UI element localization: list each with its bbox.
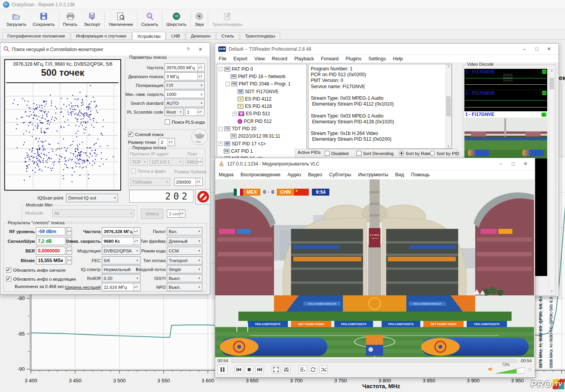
shuffle-button[interactable] [319,365,328,374]
scroll-up-icon[interactable]: ∧ [551,69,553,73]
tree-expander-icon[interactable]: + [219,141,223,146]
sound-button[interactable]: Звук [192,9,207,29]
tree-item[interactable]: +▣ES PID 512 [217,110,306,118]
audio-decode-thumb[interactable]: 1 - Fi17GNVE m [464,90,547,111]
print-button[interactable]: Печать [60,9,81,29]
vlc-maximize-button[interactable]: □ [507,159,519,169]
blind-search-checkbox[interactable] [128,132,133,137]
scroll-down-icon[interactable]: ∨ [447,145,450,148]
fullscreen-button[interactable] [272,365,280,374]
vlc-close-button[interactable]: ✕ [519,159,532,169]
tsreader-maximize-button[interactable]: □ [531,44,543,55]
search-standard-select[interactable]: AUTO [164,99,205,107]
menu-video[interactable]: Видео [305,171,326,179]
sort-by-rate-radio[interactable] [399,151,404,156]
pause-button[interactable] [217,365,228,375]
info-scrollbar[interactable]: ∧ ∨ [445,64,452,148]
tree-expander-icon[interactable]: - [226,82,230,86]
tab-device[interactable]: Устройство [132,32,166,40]
tsreader-close-button[interactable]: ✕ [543,44,555,55]
video-decode-thumb[interactable]: 1 - Fi17GNVE h. [464,111,547,159]
menu-subtitles[interactable]: Субтитры [325,171,354,179]
code-mode-select[interactable]: CCM [167,247,202,255]
next-button[interactable] [255,365,264,374]
menu-media[interactable]: Медиа [215,171,237,179]
stop-button[interactable] [195,189,211,205]
loop-button[interactable] [309,365,317,374]
audio-decode-thumb[interactable]: 1 - Fi17GNVE m [464,69,547,90]
point-size-input[interactable]: 2▲▼ [159,138,175,146]
tab-transponders[interactable]: Транспондеры [240,32,280,39]
menu-view[interactable]: View [251,55,268,63]
freq-input[interactable]: 3976,000 МГц▲▼ [164,63,205,72]
input-stream-select[interactable]: Single [167,265,202,273]
tab-geo[interactable]: Географическое положение [2,32,70,39]
tab-satellite-info[interactable]: Информация о спутнике [71,32,132,39]
previous-button[interactable] [235,365,243,374]
scroll-up-icon[interactable]: ∧ [447,65,450,68]
min-symbol-rate-combo[interactable]: 1000 [164,90,205,98]
volume-slider[interactable]: 73% [496,365,524,374]
extended-settings-button[interactable] [282,365,291,374]
menu-plugins[interactable]: Plugins [342,55,365,63]
tree-item[interactable]: -PAPAT PID 0 [217,65,306,73]
menu-playback[interactable]: Playback [291,55,317,63]
frame-type-select[interactable]: Длинный [167,237,202,245]
tab-lnb[interactable]: LNB [166,32,185,39]
tree-expander-icon[interactable]: + [233,112,237,116]
tree-item[interactable]: -TDTDT PID 20 [217,125,306,132]
resize-grip[interactable] [528,368,532,372]
seek-bar[interactable] [231,359,517,363]
detect-button[interactable]: Detect [141,209,163,219]
menu-view[interactable]: Вид [392,171,407,179]
tab-range[interactable]: Диапазон [186,32,216,39]
menu-file[interactable]: File [215,55,230,63]
tree-item[interactable]: CACAT PID 1 [217,147,306,155]
stop-playback-button[interactable] [245,365,253,374]
zoom-button[interactable]: Увеличение [106,9,136,29]
polarization-select[interactable]: Г/Л [164,81,205,89]
playlist-button[interactable] [298,365,307,374]
search-range-input[interactable]: 3 МГц▲▼ [164,72,205,80]
tab-style[interactable]: Стиль [216,32,239,39]
menu-help[interactable]: Помощь [407,171,433,179]
pls-search-checkbox[interactable] [165,119,170,124]
save-button[interactable]: Сохранить [30,9,58,29]
video-decode-scrollbar[interactable]: ∧ ∨ [549,69,555,293]
tree-item[interactable]: ♦ES PID 4112 [217,95,306,102]
menu-audio[interactable]: Аудио [284,171,305,179]
scroll-down-icon[interactable]: ∨ [551,289,553,293]
tree-expander-icon[interactable]: - [219,127,223,131]
sweep-button[interactable]: Шерстить [163,9,190,29]
tree-item[interactable]: SDSDT: Fi17GNVE [217,88,306,95]
menu-export[interactable]: Export [230,55,251,63]
menu-forward[interactable]: Forward [317,55,342,63]
update-modulation-info-checkbox[interactable] [6,276,11,281]
tree-item[interactable]: PCR PID 512 [217,118,306,125]
menu-tools[interactable]: Инструменты [354,171,392,179]
sort-descending-checkbox[interactable] [356,151,361,156]
volume-icon[interactable] [488,366,494,373]
stream-type-select[interactable]: Transport [167,256,202,264]
menu-playback[interactable]: Воспроизведение [237,171,284,179]
menu-record[interactable]: Record [268,55,291,63]
pl-scramble-root-select[interactable]: Root [164,108,184,116]
tree-item[interactable]: ♦ES PID 4128 [217,102,306,110]
tree-item[interactable]: PMPMT PID 16 – Network [217,73,306,80]
vlc-minimize-button[interactable]: – [495,159,507,169]
sort-by-pid-radio[interactable] [430,151,435,156]
dialog-help-button[interactable]: ? [182,44,194,55]
npd-select[interactable]: Выкл. [167,283,202,291]
detect-interval-input[interactable]: 3 сек▲▼ [167,210,185,218]
issyi-select[interactable]: Выкл. [167,274,202,282]
load-button[interactable]: Загрузить [3,9,30,29]
update-signal-info-checkbox[interactable] [6,268,11,273]
tree-item[interactable]: -PMPMT PID 2048 – Progr. 1 [217,80,306,88]
tsreader-minimize-button[interactable]: – [518,44,531,55]
tree-item[interactable]: +SDSDT PID 17 <1> [217,140,306,147]
tree-item[interactable]: TD2022/10/12 09:31:11 [217,133,306,140]
iqscan-point-select[interactable]: Demod IQ out [66,194,118,202]
export-button[interactable]: Экспорт [80,9,103,29]
tree-expander-icon[interactable]: - [219,67,223,71]
pilot-select[interactable]: Вкл. [167,227,202,235]
